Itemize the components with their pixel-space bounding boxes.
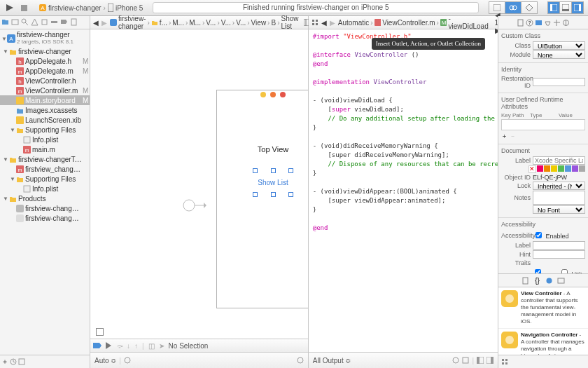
jump-segment[interactable]: View	[251, 19, 267, 27]
continue-button[interactable]	[106, 342, 113, 349]
ib-jump-bar[interactable]: ◀ ▶ firstview-changer›f...›M...›M...›V..…	[90, 16, 308, 29]
a11y-enabled-checkbox[interactable]	[536, 232, 542, 238]
tree-item[interactable]: mViewController.mM	[0, 86, 90, 95]
first-responder-icon[interactable]	[270, 92, 276, 97]
src-jump-bar[interactable]: ◀ ▶ Automatic› ViewController.m› M -view…	[309, 16, 498, 29]
jump-segment[interactable]: V...	[206, 19, 216, 27]
jump-segment[interactable]: M...	[172, 19, 184, 27]
label-color-3[interactable]	[551, 165, 557, 172]
help-inspector-tab[interactable]: ?	[526, 19, 533, 27]
tree-item[interactable]: Info.plist	[0, 135, 90, 144]
jump-segment[interactable]: V...	[236, 19, 246, 27]
size-inspector-tab[interactable]	[553, 19, 561, 27]
forward-button[interactable]: ▶	[330, 19, 335, 27]
tree-item[interactable]: LaunchScreen.xib	[0, 115, 90, 125]
debug-hierarchy-button[interactable]: ◫	[148, 342, 155, 350]
assistant-editor-button[interactable]	[505, 1, 522, 14]
file-inspector-tab[interactable]	[517, 19, 524, 27]
label-color-1[interactable]	[537, 165, 543, 172]
tree-item[interactable]: hViewController.h	[0, 76, 90, 86]
tree-item[interactable]: ▼Supporting Files	[0, 125, 90, 135]
tree-item[interactable]: firstview-changer.app	[0, 203, 90, 213]
ib-canvas[interactable]: Top View Show List	[90, 29, 308, 339]
symbol-navigator-tab[interactable]	[11, 18, 20, 27]
udra-table[interactable]	[501, 119, 585, 130]
a11y-hint-field[interactable]	[533, 250, 585, 259]
tree-item[interactable]: Info.plist	[0, 184, 90, 193]
forward-button[interactable]: ▶	[102, 19, 107, 27]
step-over-button[interactable]: ⤼	[117, 342, 122, 350]
code-snippet-tab[interactable]: {}	[533, 277, 541, 285]
label-color-4[interactable]	[558, 165, 564, 172]
tree-item[interactable]: mAppDelegate.mM	[0, 66, 90, 76]
variables-auto-label[interactable]: Auto ≎	[94, 357, 116, 364]
exit-proxy-icon[interactable]	[280, 92, 286, 97]
identity-inspector-tab[interactable]	[535, 19, 542, 27]
related-items-button[interactable]	[312, 19, 318, 26]
label-color-6[interactable]	[572, 165, 578, 172]
jump-segment[interactable]: V...	[221, 19, 231, 27]
stop-button[interactable]	[18, 2, 29, 13]
restoration-id-field[interactable]	[533, 78, 585, 86]
console-clear-button[interactable]	[462, 357, 469, 364]
tree-item[interactable]: ▼firstview-changer	[0, 46, 90, 56]
udra-remove-button[interactable]: －	[510, 132, 516, 139]
tree-item[interactable]: hAppDelegate.hM	[0, 56, 90, 66]
source-text[interactable]: #import "ViewController.h" @interface Vi…	[309, 29, 498, 352]
label-top-view[interactable]: Top View	[217, 145, 308, 154]
console-left-button[interactable]	[477, 357, 484, 364]
jump-segment[interactable]: B	[271, 19, 276, 27]
variables-quicklook-button[interactable]	[124, 357, 131, 364]
toggle-inspector-button[interactable]	[571, 1, 584, 14]
object-library-tab[interactable]	[545, 277, 553, 285]
tree-item[interactable]: Images.xcassets	[0, 105, 90, 115]
scm-filter-button[interactable]	[18, 358, 25, 365]
project-navigator-tab[interactable]	[1, 18, 10, 27]
debug-navigator-tab[interactable]	[50, 18, 59, 27]
find-navigator-tab[interactable]	[21, 18, 29, 27]
tree-item[interactable]: ▼Products	[0, 193, 90, 203]
tree-item[interactable]: ▼Supporting Files	[0, 174, 90, 184]
tree-item[interactable]: firstview-changerTests.xctest	[0, 213, 90, 223]
tree-item[interactable]: mfirstview_changerTests.m	[0, 164, 90, 174]
issue-navigator-tab[interactable]	[31, 18, 39, 27]
vc-proxy-icon[interactable]	[260, 92, 266, 97]
notes-font-field[interactable]: No Font	[533, 205, 585, 214]
label-color-5[interactable]	[565, 165, 571, 172]
initial-vc-arrow[interactable]	[183, 199, 206, 212]
a11y-label-field[interactable]	[533, 241, 585, 250]
scheme-selector[interactable]: A firstview-changer › iPhone 5	[39, 4, 143, 12]
console-filter-button[interactable]	[452, 357, 459, 364]
project-navigator-tree[interactable]: ▼ A firstview-changer2 targets, iOS SDK …	[0, 29, 90, 355]
toggle-breakpoints-button[interactable]	[93, 342, 102, 349]
jump-segment[interactable]: Show List	[281, 15, 298, 30]
report-navigator-tab[interactable]	[70, 18, 78, 27]
console-right-button[interactable]	[486, 357, 493, 364]
jump-segment[interactable]: firstview-changer	[118, 15, 146, 30]
breakpoint-navigator-tab[interactable]	[60, 18, 69, 27]
library-item[interactable]: Navigation Controller - A controller tha…	[498, 329, 588, 355]
project-root[interactable]: ▼ A firstview-changer2 targets, iOS SDK …	[0, 31, 90, 46]
step-out-button[interactable]: ↑	[134, 342, 138, 350]
test-navigator-tab[interactable]	[41, 18, 49, 27]
udra-add-button[interactable]: ＋	[501, 132, 507, 139]
attributes-inspector-tab[interactable]	[544, 19, 552, 27]
module-field[interactable]: None	[533, 50, 585, 59]
add-button[interactable]: ＋	[1, 357, 8, 367]
label-color-2[interactable]	[544, 165, 550, 172]
jump-segment[interactable]: M...	[189, 19, 201, 27]
object-library[interactable]: View Controller - A controller that supp…	[498, 287, 588, 355]
toggle-navigator-button[interactable]	[547, 1, 560, 14]
tree-item[interactable]: ▼firstview-changerTests	[0, 154, 90, 164]
doc-label-field[interactable]	[533, 156, 585, 165]
toggle-debug-button[interactable]	[559, 1, 572, 14]
simulate-location-button[interactable]: ➤	[159, 342, 164, 350]
recent-filter-button[interactable]	[10, 358, 17, 365]
tree-item[interactable]: Main.storyboardM	[0, 95, 90, 105]
step-in-button[interactable]: ↓	[127, 342, 130, 350]
file-template-tab[interactable]	[522, 277, 529, 285]
lock-field[interactable]: Inherited - (Nothing)	[533, 182, 585, 190]
back-button[interactable]: ◀	[321, 19, 327, 27]
library-view-toggle[interactable]	[501, 358, 508, 365]
version-editor-button[interactable]	[521, 1, 538, 14]
